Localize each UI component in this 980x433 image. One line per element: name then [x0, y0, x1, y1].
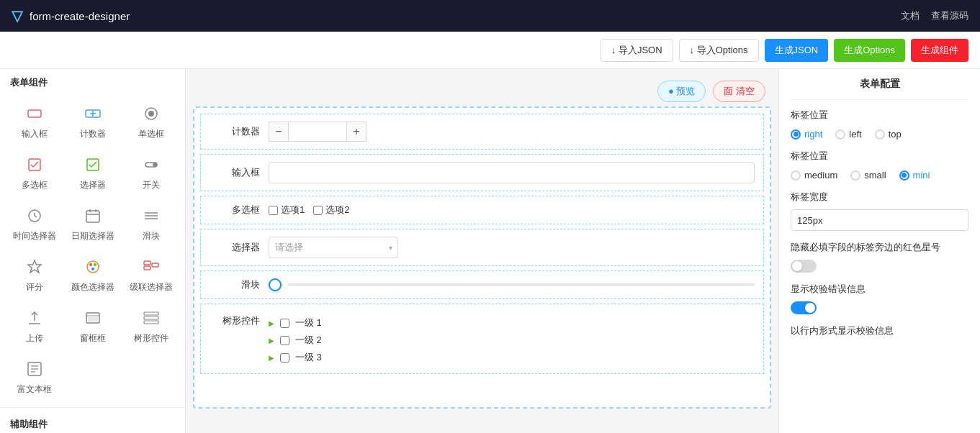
radio-item-medium[interactable]: medium	[791, 170, 837, 181]
input-row-label: 输入框	[210, 166, 260, 179]
hide-asterisk-toggle[interactable]	[791, 260, 817, 273]
component-item-rate[interactable]: 评分	[6, 250, 63, 299]
table-row[interactable]: 选择器 请选择 ▾	[200, 229, 764, 266]
table-row[interactable]: 树形控件 ▶ 一级 1 ▶ 一级 2	[200, 304, 764, 374]
richtext-text-label: 富文本框	[17, 383, 52, 396]
slider-track[interactable]	[287, 283, 755, 286]
counter-plus-button[interactable]: +	[346, 122, 367, 142]
table-row[interactable]: 输入框	[200, 154, 764, 191]
component-item-tree[interactable]: 树形控件	[122, 301, 179, 350]
svg-rect-26	[152, 263, 158, 267]
tree-expand-icon-1[interactable]: ▶	[269, 319, 274, 327]
source-link[interactable]: 查看源码	[931, 9, 968, 22]
svg-rect-12	[86, 211, 99, 222]
counter-minus-button[interactable]: −	[269, 122, 289, 142]
radio-item-small[interactable]: small	[850, 170, 886, 181]
radio-item-left[interactable]: left	[835, 129, 861, 140]
switch-icon	[140, 153, 163, 176]
tree-expand-icon-2[interactable]: ▶	[269, 337, 274, 345]
component-item-checkbox[interactable]: 多选框	[6, 147, 63, 197]
tree-checkbox-3[interactable]	[280, 353, 289, 363]
header-left: ▽ form-create-designer	[12, 7, 130, 24]
checkbox-option-1[interactable]: 选项1	[269, 204, 305, 216]
select-display[interactable]: 请选择	[269, 237, 398, 258]
svg-point-23	[91, 268, 94, 270]
component-item-frame[interactable]: 窗框框	[64, 301, 121, 350]
docs-link[interactable]: 文档	[901, 9, 920, 22]
cascader-label: 级联选择器	[130, 281, 173, 293]
radio-label-mini: mini	[913, 170, 930, 181]
component-grid: 输入框 计数器 单选框 多选框	[0, 94, 185, 404]
table-row[interactable]: 滑块	[200, 270, 764, 299]
select-wrap: 请选择 ▾	[269, 237, 398, 258]
component-item-counter[interactable]: 计数器	[64, 96, 121, 146]
checkbox-input-2[interactable]	[313, 206, 323, 215]
svg-marker-19	[28, 260, 41, 273]
component-item-upload[interactable]: 上传	[6, 301, 63, 350]
generate-component-button[interactable]: 生成组件	[911, 39, 968, 62]
table-row[interactable]: 多选框 选项1 选项2	[200, 196, 764, 224]
upload-label: 上传	[26, 332, 43, 345]
checkbox-option-2[interactable]: 选项2	[313, 204, 349, 216]
svg-rect-0	[28, 110, 41, 117]
generate-json-button[interactable]: 生成JSON	[765, 39, 829, 62]
checkbox-label-2: 选项2	[325, 204, 349, 216]
label-size-title: 标签位置	[791, 150, 968, 163]
component-item-color[interactable]: 颜色选择器	[64, 250, 121, 299]
component-item-select[interactable]: 选择器	[64, 147, 121, 197]
radio-circle-top	[875, 129, 885, 140]
import-json-button[interactable]: ↓ 导入JSON	[601, 39, 673, 62]
component-item-input[interactable]: 输入框	[6, 96, 63, 146]
svg-point-22	[94, 263, 96, 266]
radio-circle-medium	[791, 170, 801, 181]
component-item-radio[interactable]: 单选框	[122, 96, 179, 146]
form-components-title: 表单组件	[0, 69, 185, 94]
input-label: 输入框	[22, 128, 48, 140]
header-right: 文档 查看源码	[901, 9, 968, 22]
svg-rect-24	[144, 261, 150, 265]
radio-label-right: right	[804, 129, 822, 140]
tree-node-label-1: 一级 1	[295, 316, 322, 329]
component-item-date[interactable]: 日期选择器	[64, 199, 121, 248]
rate-label: 评分	[26, 281, 43, 293]
tree-icon	[140, 306, 163, 329]
radio-label: 单选框	[138, 128, 164, 140]
show-error-toggle-wrap	[791, 301, 968, 314]
tree-expand-icon-3[interactable]: ▶	[269, 354, 274, 362]
generate-options-button[interactable]: 生成Options	[834, 39, 905, 62]
component-item-richtext[interactable]: 富文本框	[6, 352, 63, 401]
table-row[interactable]: 计数器 − +	[200, 114, 764, 150]
tree-node-label-3: 一级 3	[295, 351, 322, 364]
checkbox-input-1[interactable]	[269, 206, 278, 215]
hide-asterisk-desc: 隐藏必填字段的标签旁边的红色星号	[791, 241, 968, 254]
counter-input[interactable]	[289, 122, 346, 142]
radio-item-top[interactable]: top	[875, 129, 902, 140]
rate-icon	[23, 255, 46, 278]
show-error-toggle[interactable]	[791, 301, 817, 314]
switch-label: 开关	[143, 179, 160, 191]
canvas-area: ● 预览 面 清空 计数器 − + 输入框	[186, 69, 778, 433]
radio-item-mini[interactable]: mini	[899, 170, 930, 181]
component-item-switch[interactable]: 开关	[122, 147, 179, 197]
slider-thumb-icon[interactable]	[269, 278, 282, 291]
list-item: ▶ 一级 2	[269, 332, 755, 349]
checkbox-label: 多选框	[22, 179, 48, 191]
tree-checkbox-1[interactable]	[280, 319, 289, 328]
text-input[interactable]	[269, 162, 755, 183]
counter-wrap: − +	[269, 122, 755, 142]
clear-button[interactable]: 面 清空	[713, 81, 765, 102]
svg-rect-32	[144, 316, 158, 319]
preview-button[interactable]: ● 预览	[657, 81, 706, 102]
frame-icon	[81, 306, 104, 329]
component-item-cascader[interactable]: 级联选择器	[122, 250, 179, 299]
tree-checkbox-2[interactable]	[280, 336, 289, 345]
checkbox-control: 选项1 选项2	[269, 204, 755, 216]
select-icon	[81, 153, 104, 176]
label-position-radio-group: right left top	[791, 129, 968, 140]
form-canvas[interactable]: 计数器 − + 输入框 多选框	[193, 106, 771, 409]
radio-item-right[interactable]: right	[791, 129, 822, 140]
label-width-input[interactable]	[791, 209, 968, 231]
component-item-time[interactable]: 时间选择器	[6, 199, 63, 248]
component-item-slider[interactable]: 滑块	[122, 199, 179, 248]
import-options-button[interactable]: ↓ 导入Options	[679, 39, 759, 62]
